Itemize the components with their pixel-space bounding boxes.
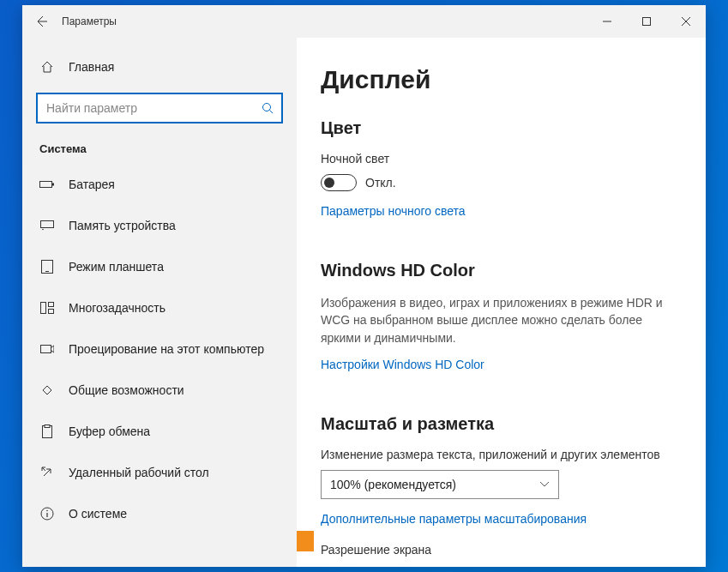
window-controls (587, 5, 706, 38)
clipboard-icon (39, 424, 55, 439)
sidebar-item-battery[interactable]: Батарея (22, 164, 297, 205)
home-icon (39, 59, 55, 75)
scale-size-label: Изменение размера текста, приложений и д… (321, 448, 682, 461)
sidebar-item-label: Удаленный рабочий стол (69, 466, 209, 479)
svg-rect-1 (643, 18, 651, 26)
tablet-icon (39, 259, 55, 274)
maximize-button[interactable] (627, 5, 666, 38)
search-icon (261, 101, 274, 115)
svg-point-17 (46, 510, 48, 512)
nightlight-label: Ночной свет (321, 152, 682, 166)
svg-rect-4 (40, 182, 52, 188)
svg-line-3 (270, 111, 274, 114)
svg-rect-5 (52, 184, 54, 186)
sidebar-item-shared[interactable]: Общие возможности (22, 370, 297, 411)
sidebar: Главная Система Батарея Память устро (22, 38, 297, 567)
callout-arrow-icon (297, 515, 314, 567)
search-box[interactable] (36, 93, 283, 123)
titlebar: Параметры (22, 5, 706, 38)
nightlight-settings-link[interactable]: Параметры ночного света (321, 204, 466, 218)
sidebar-item-label: Проецирование на этот компьютер (69, 342, 264, 356)
svg-rect-11 (49, 303, 54, 307)
scale-dropdown[interactable]: 100% (рекомендуется) (321, 470, 559, 499)
window-title: Параметры (62, 15, 117, 27)
content-area: Дисплей Цвет Ночной свет Откл. Параметры… (297, 38, 706, 567)
sidebar-item-label: Память устройства (69, 219, 176, 232)
remote-icon (39, 465, 55, 480)
sidebar-item-about[interactable]: О системе (22, 493, 297, 534)
sidebar-item-label: О системе (69, 507, 127, 521)
sidebar-item-label: Батарея (69, 178, 115, 191)
minimize-icon (603, 17, 611, 26)
svg-rect-6 (41, 221, 54, 228)
minimize-button[interactable] (587, 5, 627, 38)
nightlight-toggle-row: Откл. (321, 174, 682, 191)
section-color-heading: Цвет (321, 118, 682, 138)
scale-advanced-link[interactable]: Дополнительные параметры масштабирования (321, 512, 587, 526)
page-title: Дисплей (321, 65, 682, 94)
sidebar-item-storage[interactable]: Память устройства (22, 205, 297, 246)
chevron-down-icon (539, 481, 550, 488)
sidebar-home-label: Главная (69, 60, 114, 74)
shared-icon (39, 382, 55, 398)
settings-window: Параметры Главная (22, 5, 706, 567)
maximize-icon (642, 17, 651, 26)
sidebar-home[interactable]: Главная (22, 50, 297, 84)
storage-icon (39, 218, 55, 233)
sidebar-item-label: Общие возможности (69, 383, 184, 397)
section-hdcolor-heading: Windows HD Color (321, 261, 682, 280)
sidebar-item-label: Многозадачность (69, 301, 165, 315)
project-icon (39, 341, 55, 357)
hdcolor-settings-link[interactable]: Настройки Windows HD Color (321, 358, 484, 371)
nightlight-toggle-state: Откл. (365, 176, 396, 190)
svg-rect-12 (49, 310, 54, 314)
sidebar-item-project[interactable]: Проецирование на этот компьютер (22, 328, 297, 370)
svg-rect-13 (41, 346, 51, 353)
search-input[interactable] (46, 101, 261, 115)
arrow-left-icon (34, 15, 48, 28)
nightlight-toggle[interactable] (321, 174, 357, 191)
hdcolor-description: Изображения в видео, играх и приложениях… (321, 294, 681, 346)
window-body: Главная Система Батарея Память устро (22, 38, 706, 567)
sidebar-item-multitask[interactable]: Многозадачность (22, 287, 297, 328)
sidebar-section-heading: Система (22, 135, 297, 164)
battery-icon (39, 177, 55, 192)
sidebar-item-label: Буфер обмена (69, 424, 150, 438)
info-icon (39, 506, 55, 521)
multitask-icon (39, 300, 55, 316)
sidebar-item-tablet[interactable]: Режим планшета (22, 246, 297, 287)
svg-rect-15 (45, 425, 50, 428)
close-icon (682, 17, 690, 26)
close-button[interactable] (666, 5, 706, 38)
section-scale-heading: Масштаб и разметка (321, 414, 682, 434)
sidebar-item-clipboard[interactable]: Буфер обмена (22, 411, 297, 452)
svg-marker-19 (297, 520, 314, 563)
back-button[interactable] (22, 5, 60, 38)
svg-rect-10 (41, 303, 46, 314)
svg-point-7 (42, 229, 44, 231)
resolution-label: Разрешение экрана (321, 543, 682, 557)
scale-dropdown-value: 100% (рекомендуется) (330, 478, 456, 491)
svg-point-2 (263, 104, 271, 111)
sidebar-item-label: Режим планшета (69, 260, 164, 274)
sidebar-item-remote[interactable]: Удаленный рабочий стол (22, 452, 297, 493)
